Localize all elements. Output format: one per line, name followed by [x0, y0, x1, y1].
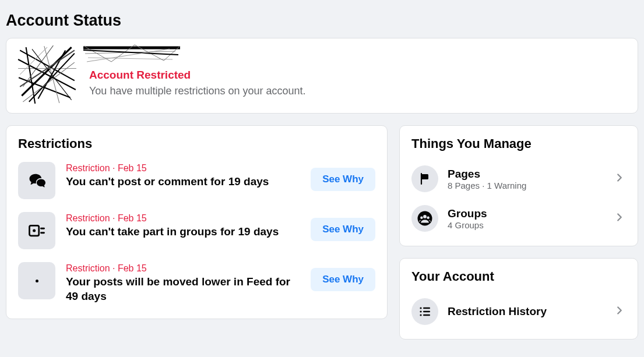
groups-icon [411, 205, 438, 232]
see-why-button[interactable]: See Why [311, 168, 375, 191]
svg-rect-26 [423, 311, 430, 312]
restriction-item: Restriction · Feb 15 You can't post or c… [18, 162, 375, 199]
restriction-meta: Restriction · Feb 15 [66, 213, 300, 224]
account-status-card: Account Restricted You have multiple res… [6, 38, 638, 114]
group-feed-icon [18, 212, 55, 249]
svg-point-18 [418, 211, 432, 226]
things-you-manage-card: Things You Manage Pages 8 Pages · 1 Warn… [399, 125, 638, 246]
svg-line-8 [18, 59, 76, 90]
chevron-right-icon [613, 211, 626, 226]
manage-item-sub: 4 Groups [448, 220, 604, 230]
see-why-button[interactable]: See Why [311, 218, 375, 241]
your-account-heading: Your Account [411, 269, 626, 284]
list-icon [411, 298, 438, 325]
page-title: Account Status [6, 12, 638, 30]
restriction-item: Restriction · Feb 15 Your posts will be … [18, 262, 375, 303]
svg-line-0 [20, 50, 75, 80]
restriction-title: Your posts will be moved lower in Feed f… [66, 275, 300, 303]
chevron-right-icon [613, 171, 626, 186]
profile-picture [17, 44, 78, 105]
restriction-history-title: Restriction History [448, 305, 604, 318]
feed-lower-icon [18, 262, 55, 299]
see-why-button[interactable]: See Why [311, 268, 375, 291]
restriction-meta: Restriction · Feb 15 [66, 263, 300, 274]
comment-icon [18, 162, 55, 199]
manage-item-sub: 8 Pages · 1 Warning [448, 181, 604, 190]
svg-point-24 [420, 314, 421, 316]
manage-item-pages[interactable]: Pages 8 Pages · 1 Warning [411, 162, 626, 196]
svg-rect-27 [423, 314, 430, 316]
svg-point-23 [420, 310, 421, 312]
chevron-right-icon [613, 304, 626, 319]
flag-icon [411, 165, 438, 192]
manage-item-title: Pages [448, 168, 604, 181]
manage-heading: Things You Manage [411, 136, 626, 151]
your-account-card: Your Account Restriction History [399, 258, 638, 340]
restriction-title: You can't take part in groups for 19 day… [66, 225, 300, 239]
status-subtext: You have multiple restrictions on your a… [89, 85, 306, 97]
restriction-meta: Restriction · Feb 15 [66, 163, 300, 174]
manage-item-title: Groups [448, 207, 604, 220]
svg-rect-25 [423, 307, 430, 309]
manage-item-groups[interactable]: Groups 4 Groups [411, 202, 626, 235]
svg-point-20 [420, 217, 423, 220]
status-heading: Account Restricted [89, 69, 306, 82]
restrictions-card: Restrictions Restriction · Feb 15 You ca… [6, 125, 388, 319]
restriction-history-item[interactable]: Restriction History [411, 295, 626, 328]
restrictions-heading: Restrictions [18, 136, 375, 151]
svg-point-22 [420, 307, 421, 309]
restriction-title: You can't post or comment for 19 days [66, 175, 300, 189]
restriction-item: Restriction · Feb 15 You can't take part… [18, 212, 375, 249]
svg-point-19 [423, 215, 427, 218]
svg-point-21 [427, 217, 430, 220]
svg-point-17 [33, 229, 36, 232]
